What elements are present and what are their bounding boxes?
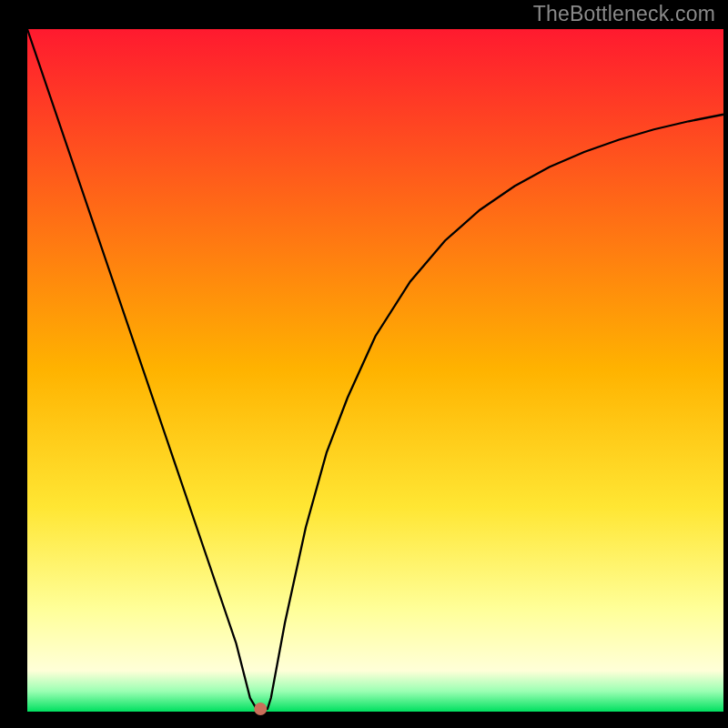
bottleneck-chart [0, 0, 728, 728]
minimum-marker [254, 703, 267, 715]
chart-container: TheBottleneck.com [0, 0, 728, 728]
plot-area [27, 29, 723, 712]
watermark-text: TheBottleneck.com [533, 2, 715, 26]
